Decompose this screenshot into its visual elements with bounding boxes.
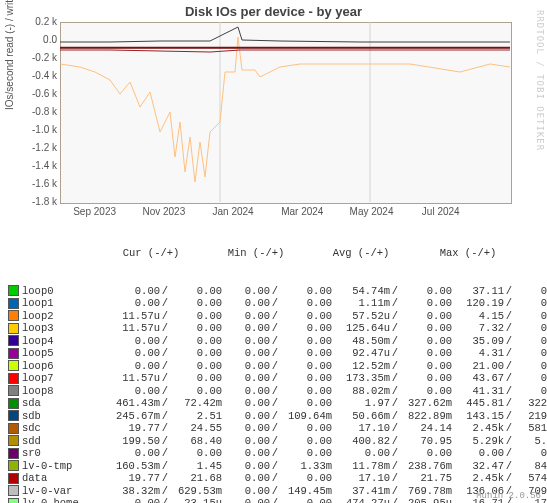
cur-plus: 68.40 bbox=[170, 435, 222, 448]
legend-row-loop1: loop10.00/0.000.00/0.001.11m/0.00120.19/… bbox=[8, 297, 547, 310]
avg-plus: 0.00 bbox=[400, 297, 452, 310]
device-name: lv-0-var bbox=[22, 485, 102, 498]
avg-plus: 70.95 bbox=[400, 435, 452, 448]
max-plus: 84.72 bbox=[514, 460, 547, 473]
max-minus: 21.00 bbox=[452, 360, 504, 373]
y-tick: -1.0 k bbox=[17, 124, 57, 135]
avg-minus: 173.35m bbox=[332, 372, 390, 385]
avg-minus: 37.41m bbox=[332, 485, 390, 498]
avg-minus: 17.10 bbox=[332, 422, 390, 435]
cur-plus: 1.45 bbox=[170, 460, 222, 473]
y-tick: -1.4 k bbox=[17, 160, 57, 171]
avg-plus: 0.00 bbox=[400, 447, 452, 460]
min-plus: 0.00 bbox=[280, 385, 332, 398]
device-name: loop1 bbox=[22, 297, 102, 310]
y-tick: -1.2 k bbox=[17, 142, 57, 153]
legend-row-loop3: loop311.57u/0.000.00/0.00125.64u/0.007.3… bbox=[8, 322, 547, 335]
max-minus: 120.19 bbox=[452, 297, 504, 310]
legend-row-loop8: loop80.00/0.000.00/0.0088.02m/0.0041.31/… bbox=[8, 385, 547, 398]
max-plus: 0.00 bbox=[514, 285, 547, 298]
avg-minus: 54.74m bbox=[332, 285, 390, 298]
device-name: loop2 bbox=[22, 310, 102, 323]
max-plus: 0.00 bbox=[514, 372, 547, 385]
legend-row-loop5: loop50.00/0.000.00/0.0092.47u/0.004.31/0… bbox=[8, 347, 547, 360]
min-minus: 0.00 bbox=[222, 372, 270, 385]
legend-header-row: Cur (-/+) Min (-/+) Avg (-/+) Max (-/+) bbox=[8, 247, 547, 260]
x-tick: May 2024 bbox=[348, 206, 396, 217]
max-plus: 322.86 bbox=[514, 397, 547, 410]
y-tick: -0.4 k bbox=[17, 70, 57, 81]
legend-table: Cur (-/+) Min (-/+) Avg (-/+) Max (-/+) … bbox=[8, 222, 547, 503]
line-chart bbox=[60, 22, 510, 202]
cur-plus: 0.00 bbox=[170, 335, 222, 348]
cur-plus: 0.00 bbox=[170, 447, 222, 460]
min-plus: 0.00 bbox=[280, 347, 332, 360]
max-minus: 4.15 bbox=[452, 310, 504, 323]
device-name: sdb bbox=[22, 410, 102, 423]
max-minus: 143.15 bbox=[452, 410, 504, 423]
avg-plus: 0.00 bbox=[400, 335, 452, 348]
legend-row-sdc: sdc19.77/24.550.00/0.0017.10/24.142.45k/… bbox=[8, 422, 547, 435]
min-minus: 0.00 bbox=[222, 385, 270, 398]
y-tick: -1.6 k bbox=[17, 178, 57, 189]
device-name: loop7 bbox=[22, 372, 102, 385]
legend-row-sr0: sr00.00/0.000.00/0.000.00/0.000.00/0.00 bbox=[8, 447, 547, 460]
avg-plus: 0.00 bbox=[400, 285, 452, 298]
avg-plus: 822.89m bbox=[400, 410, 452, 423]
cur-plus: 629.53m bbox=[170, 485, 222, 498]
min-plus: 0.00 bbox=[280, 397, 332, 410]
hdr-min: Min (-/+) bbox=[206, 247, 306, 260]
max-plus: 0.00 bbox=[514, 360, 547, 373]
device-name: loop3 bbox=[22, 322, 102, 335]
device-name: sr0 bbox=[22, 447, 102, 460]
cur-minus: 19.77 bbox=[102, 422, 160, 435]
hdr-max: Max (-/+) bbox=[416, 247, 520, 260]
x-tick: Jul 2024 bbox=[417, 206, 465, 217]
avg-plus: 0.00 bbox=[400, 322, 452, 335]
legend-row-loop7: loop711.57u/0.000.00/0.00173.35m/0.0043.… bbox=[8, 372, 547, 385]
swatch-icon bbox=[8, 335, 19, 346]
y-tick: 0.2 k bbox=[17, 16, 57, 27]
max-minus: 5.29k bbox=[452, 435, 504, 448]
chart-title: Disk IOs per device - by year bbox=[0, 0, 547, 19]
swatch-icon bbox=[8, 310, 19, 321]
max-minus: 2.45k bbox=[452, 472, 504, 485]
cur-plus: 24.55 bbox=[170, 422, 222, 435]
swatch-icon bbox=[8, 285, 19, 296]
avg-plus: 205.95u bbox=[400, 497, 452, 503]
x-tick: Jan 2024 bbox=[209, 206, 257, 217]
hdr-avg: Avg (-/+) bbox=[306, 247, 416, 260]
legend-row-loop4: loop40.00/0.000.00/0.0048.50m/0.0035.09/… bbox=[8, 335, 547, 348]
avg-plus: 238.76m bbox=[400, 460, 452, 473]
cur-minus: 19.77 bbox=[102, 472, 160, 485]
min-minus: 0.00 bbox=[222, 397, 270, 410]
min-plus: 0.00 bbox=[280, 472, 332, 485]
min-plus: 0.00 bbox=[280, 497, 332, 503]
cur-plus: 2.51 bbox=[170, 410, 222, 423]
avg-plus: 0.00 bbox=[400, 360, 452, 373]
cur-minus: 11.57u bbox=[102, 322, 160, 335]
swatch-icon bbox=[8, 485, 19, 496]
max-plus: 0.00 bbox=[514, 335, 547, 348]
max-minus: 7.32 bbox=[452, 322, 504, 335]
cur-minus: 38.32m bbox=[102, 485, 160, 498]
min-minus: 0.00 bbox=[222, 422, 270, 435]
avg-minus: 1.97 bbox=[332, 397, 390, 410]
min-plus: 1.33m bbox=[280, 460, 332, 473]
min-plus: 0.00 bbox=[280, 322, 332, 335]
cur-plus: 0.00 bbox=[170, 285, 222, 298]
swatch-icon bbox=[8, 460, 19, 471]
avg-minus: 474.27u bbox=[332, 497, 390, 503]
legend-row-sdb: sdb245.67m/2.510.00/109.64m50.66m/822.89… bbox=[8, 410, 547, 423]
y-tick: 0.0 bbox=[17, 34, 57, 45]
avg-minus: 88.02m bbox=[332, 385, 390, 398]
min-plus: 0.00 bbox=[280, 360, 332, 373]
swatch-icon bbox=[8, 473, 19, 484]
max-minus: 4.31 bbox=[452, 347, 504, 360]
min-minus: 0.00 bbox=[222, 447, 270, 460]
avg-plus: 24.14 bbox=[400, 422, 452, 435]
min-plus: 0.00 bbox=[280, 435, 332, 448]
min-plus: 149.45m bbox=[280, 485, 332, 498]
max-minus: 2.45k bbox=[452, 422, 504, 435]
min-minus: 0.00 bbox=[222, 497, 270, 503]
